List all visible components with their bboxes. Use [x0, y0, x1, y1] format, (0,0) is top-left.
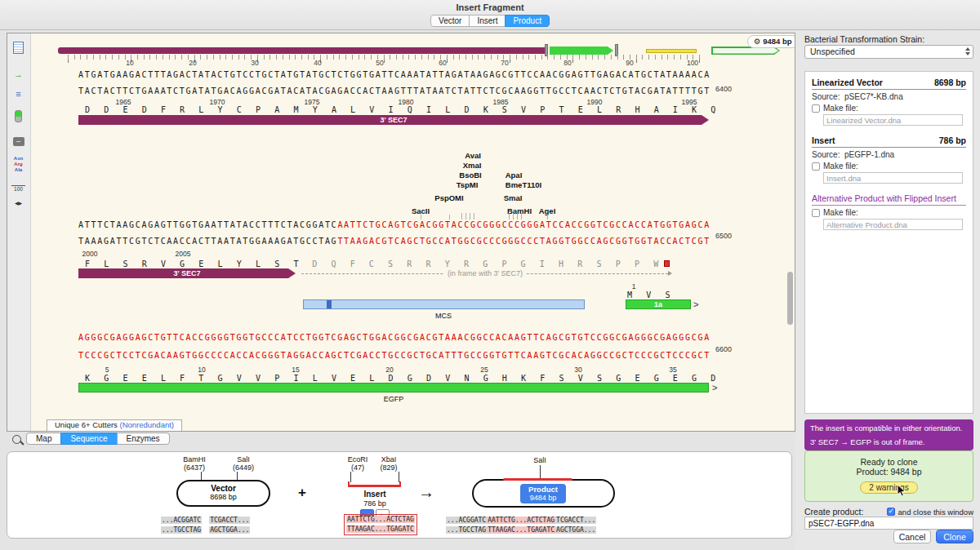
view-sequence-button[interactable]: Sequence: [60, 432, 117, 445]
orientation-notice: The insert is compatible in either orien…: [804, 419, 973, 450]
vector-site2-label: SalI(6449): [233, 455, 254, 472]
dialog-title: Insert Fragment: [0, 0, 980, 12]
residue-number: 35: [669, 366, 676, 374]
sequence-view-panel: → ≡ – Asn Arg Ala 100 ◀▶ 10 20 30: [7, 33, 795, 432]
sequence-position-label: 6600: [715, 345, 732, 353]
residue-number: 1: [632, 282, 636, 291]
vertical-scrollbar[interactable]: [787, 35, 794, 429]
view-map-button[interactable]: Map: [26, 432, 61, 445]
mcs-label: MCS: [435, 312, 452, 320]
insert-site1-label: EcoRI(47): [348, 455, 368, 472]
insert-header: Insert786 bp: [812, 135, 966, 148]
copy-sequence-icon[interactable]: [10, 40, 27, 55]
make-file-checkbox[interactable]: [812, 209, 820, 217]
alternative-filename-input[interactable]: [823, 219, 963, 230]
insert-fragment-line[interactable]: [348, 485, 401, 487]
output-files-panel: Linearized Vector8698 bp Source: pSEC7*-…: [804, 71, 973, 414]
cutters-tab[interactable]: Unique 6+ Cutters (Nonredundant): [47, 419, 182, 431]
ruler-number: 90: [626, 59, 633, 67]
residue-number: 2005: [176, 250, 191, 258]
product-filename-input[interactable]: [804, 517, 973, 530]
strand-arrows-icon[interactable]: ◀▶: [10, 197, 27, 211]
tab-insert[interactable]: Insert: [469, 15, 506, 27]
enzyme-label[interactable]: BmeT110I: [506, 180, 541, 189]
vector-site1-label: BamHI(6437): [183, 455, 206, 472]
enzyme-label[interactable]: SmaI: [504, 193, 523, 202]
translation-row: D D E D F R L Y C P A M Y A L V I Q I L …: [85, 105, 717, 114]
insert-end-sequences: AATTCTG...ACTCTAGTTAAGAC...TGAGATC: [344, 514, 417, 535]
tab-product[interactable]: Product: [505, 15, 549, 27]
go-to-arrow-icon[interactable]: →: [10, 68, 27, 82]
enzyme-label[interactable]: PspOMI: [434, 193, 463, 202]
residue-number: 20: [385, 366, 393, 374]
enzyme-label[interactable]: TspMI: [457, 180, 479, 189]
alignment-lines-icon[interactable]: ≡: [10, 87, 27, 102]
product-junction-sequences: ...ACGGATCAATTCTG...ACTCTAGTCGACCT......…: [446, 516, 596, 535]
warnings-button[interactable]: 2 warnings: [860, 481, 917, 494]
enzyme-label[interactable]: BsoBI: [459, 171, 481, 180]
sequence-position-label: 6500: [715, 232, 732, 240]
egfp-exon-feature[interactable]: 1a: [626, 299, 691, 309]
frame-note: (in frame with 3' SEC7): [443, 269, 527, 277]
ready-to-clone-box: Ready to clone Product: 9484 bp 2 warnin…: [804, 450, 973, 502]
insert-size: 786 bp: [363, 499, 386, 508]
translation-tube-icon[interactable]: [10, 109, 27, 123]
enzyme-label[interactable]: BamHI: [507, 206, 532, 215]
cds-feature-sec7[interactable]: 3' SEC7: [78, 115, 709, 125]
overview-insert-arrow[interactable]: [550, 47, 613, 55]
view-mode-tabs: Vector Insert Product: [0, 15, 980, 27]
scrollbar-thumb[interactable]: [787, 272, 793, 325]
numbering-icon[interactable]: 100: [10, 182, 27, 197]
close-window-checkbox[interactable]: [887, 508, 895, 516]
cancel-button[interactable]: Cancel: [893, 530, 931, 543]
insert-name: Insert: [363, 490, 385, 499]
stop-codon-marker: [664, 260, 670, 267]
tab-vector[interactable]: Vector: [430, 15, 470, 27]
overview-sec7-bar[interactable]: [58, 47, 548, 54]
mcs-feature[interactable]: [303, 299, 585, 309]
residue-number: 5: [105, 366, 109, 374]
dna-bottom-strand: TCCCGCTCCTCGACAAGTGGCCCCACCACGGGTAGGACCA…: [78, 351, 710, 360]
egfp-label: EGFP: [384, 395, 404, 403]
make-file-checkbox[interactable]: [812, 162, 820, 171]
collapse-icon[interactable]: –: [10, 135, 27, 149]
linearized-vector-header: Linearized Vector8698 bp: [812, 78, 966, 90]
amino-acid-style-icon[interactable]: Asn Arg Ala: [10, 156, 27, 175]
linearized-make-file-row: Make file:: [812, 104, 966, 113]
create-product-label: Create product:: [804, 507, 863, 517]
residue-number: 15: [292, 366, 299, 374]
alternative-product-header: Alternative Product with Flipped Insert: [812, 193, 966, 206]
nonredundant-link[interactable]: (Nonredundant): [119, 420, 174, 429]
cds-feature-sec7-end[interactable]: 3' SEC7: [78, 268, 296, 278]
close-window-option: and close this window: [887, 508, 973, 517]
create-product-row: Create product: and close this window: [804, 507, 973, 517]
strain-dropdown[interactable]: Unspecified: [804, 45, 973, 59]
enzyme-label[interactable]: AvaI: [465, 151, 481, 160]
enzyme-label[interactable]: XmaI: [463, 161, 482, 170]
residue-number: 10: [198, 366, 205, 374]
feature-continues-chevron: >: [712, 383, 717, 393]
view-enzymes-button[interactable]: Enzymes: [117, 432, 170, 445]
egfp-cds-feature[interactable]: [78, 383, 709, 393]
ruler-number: 40: [314, 59, 321, 67]
insert-filename-input[interactable]: [823, 172, 963, 184]
enzyme-label[interactable]: ApaI: [506, 171, 523, 180]
dialog-header: Insert Fragment Vector Insert Product: [0, 0, 980, 30]
overview-ruler-minor-ticks: [68, 55, 702, 60]
linearized-vector-source: Source: pSEC7*-KB.dna: [812, 92, 966, 101]
vector-plasmid[interactable]: Vector 8698 bp: [176, 480, 270, 507]
dashed-arrowhead-icon: [668, 271, 672, 276]
ruler-number: 30: [251, 59, 258, 67]
linearized-filename-input[interactable]: [823, 114, 963, 126]
dropdown-arrows-icon: [965, 47, 970, 55]
overview-marker-bar[interactable]: [646, 49, 697, 53]
dna-bottom-strand: TACTACTTCTGAAATCTGATATGACAGGACGATACATACG…: [78, 86, 710, 95]
dna-top-strand: ATTTCTAAGCAGAGTTGGTGAATTATACCTTTCTACGGAT…: [78, 220, 710, 229]
sequence-toolbar: → ≡ – Asn Arg Ala 100 ◀▶: [7, 33, 31, 431]
dna-top-strand: AGGGCGAGGAGCTGTTCACCGGGGTGGTGCCCATCCTGGT…: [78, 333, 710, 342]
insert-site2-label: XbaI(829): [380, 455, 397, 472]
sequence-canvas: 10 20 30 40 50 60 70 80 90 100 ⚙ 9484 bp…: [30, 33, 795, 431]
search-icon[interactable]: [12, 435, 21, 444]
make-file-checkbox[interactable]: [812, 104, 820, 113]
clone-button[interactable]: Clone: [936, 530, 973, 543]
